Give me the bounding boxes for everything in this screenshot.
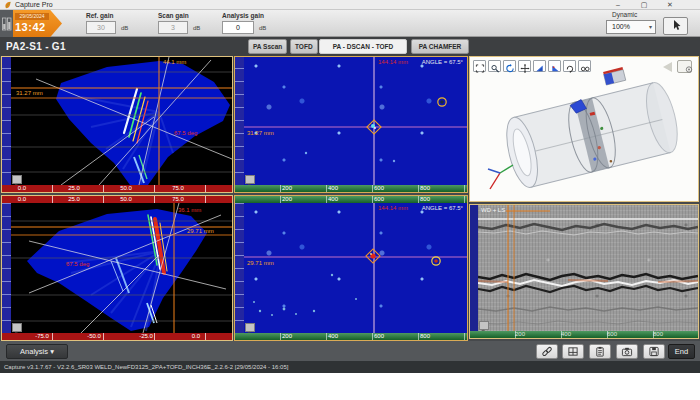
battery-status-block [0,10,13,37]
tofd-depth-ruler [470,205,478,331]
tofd-image [478,205,698,331]
tab-pa-sscan[interactable]: PA Sscan [248,39,287,54]
view-3d[interactable] [469,56,699,202]
cursor-tool-button[interactable] [663,17,688,35]
status-bar: Capture v3.1.7.67 - V2.2.6_SR03 WELD_New… [0,361,700,373]
ref-gain-unit: dB [121,25,128,31]
x-tick: 600 [374,196,384,203]
dscan-top-depth-ruler [235,57,244,185]
report-button[interactable] [589,344,611,359]
layout-icon [567,346,579,357]
sscan-top-x-ruler: 0.0 25.0 50.0 75.0 [2,185,232,192]
x-tick: 75.0 [172,185,184,192]
angle-readout-label: ANGLE = 67.5° [422,205,463,212]
zoom-reset-button[interactable] [245,323,255,332]
tofd-mode-label: WD + LS [481,207,505,214]
x-tick: -25.0 [139,333,153,340]
depth-cursor-label: 44.1 mm [163,59,186,66]
dynamic-select[interactable]: 100% ▾ [606,20,656,34]
x-tick: 200 [282,333,292,340]
tab-pa-dscan-tofd[interactable]: PA - DSCAN - TOFD [319,39,407,54]
x-tick: 0.0 [192,333,200,340]
angle-readout-label: ANGLE = 67.5° [422,59,463,66]
x-tick: 400 [561,331,571,338]
sscan-bottom-image [11,203,232,333]
sscan-bottom-x-ruler-bottom: -75.0 -50.0 -25.0 0.0 [2,333,232,340]
ref-gain-label: Ref. gain [86,12,113,19]
x-tick: 800 [420,185,430,192]
zoom-reset-button[interactable] [479,321,489,330]
sscan-top-image [11,57,232,185]
x-tick: 800 [420,196,430,203]
x-tick: 800 [420,333,430,340]
zoom-reset-button[interactable] [12,175,22,184]
pointer-icon [670,19,682,31]
camera-icon [621,346,633,357]
x-tick: 0.0 [18,196,26,203]
x-tick: 50.0 [120,185,132,192]
caret-down-icon: ▾ [50,347,54,356]
dscan-bottom-x-ruler-bottom: 200 400 600 800 [235,333,467,340]
dscan-bottom-content[interactable]: 144.14 mm ANGLE = 67.5° 29.71 mm [244,203,467,333]
x-tick: 400 [328,333,338,340]
date-label: 29/05/2024 [15,13,49,20]
depth-cursor-label: 31.27 mm [247,130,274,137]
x-tick: 200 [282,196,292,203]
x-tick: 400 [328,196,338,203]
x-tick: 600 [374,333,384,340]
sscan-bottom-depth-ruler [2,203,11,333]
x-tick: 75.0 [172,196,184,203]
position-cursor-label: 29.71 mm [187,228,214,235]
layout-button[interactable] [562,344,584,359]
bottom-toolbar: Analysis ▾ End [0,341,700,361]
zoom-reset-button[interactable] [12,323,22,332]
zoom-reset-button[interactable] [245,175,255,184]
tofd-x-ruler: 200 400 600 800 [470,331,698,338]
sscan-top-depth-ruler [2,57,11,185]
maximize-button[interactable]: ▢ [634,0,654,10]
scan-gain-input[interactable] [158,21,188,34]
axis-triad-icon [488,165,513,189]
group-title: PA2-S1 - G1 [6,41,66,52]
status-text: Capture v3.1.7.67 - V2.2.6_SR03 WELD_New… [4,364,288,370]
tofd-view: WD + LS 200 400 600 800 [469,204,699,339]
x-tick: 0.0 [18,185,26,192]
scan-cursor-label: 144.14 mm [378,59,408,66]
minimize-button[interactable]: – [608,0,628,10]
app-logo-icon [4,1,12,9]
x-tick: 25.0 [68,185,80,192]
sscan-top-content[interactable]: 44.1 mm 31.27 mm 67.5 deg [11,57,232,185]
sscan-view-top: 44.1 mm 31.27 mm 67.5 deg 0.0 25.0 50.0 … [1,56,233,193]
desktop-background [0,373,700,400]
tab-pa-chamfer[interactable]: PA CHAMFER [411,39,469,54]
snapshot-button[interactable] [616,344,638,359]
link-views-button[interactable] [536,344,558,359]
analysis-menu-button[interactable]: Analysis ▾ [6,344,68,359]
save-button[interactable] [643,344,665,359]
time-label: 13:42 [15,21,46,33]
tofd-content[interactable]: WD + LS [478,205,698,331]
x-tick: -75.0 [35,333,49,340]
capture-pro-window: Capture Pro – ▢ ✕ 29/05/2024 13:42 Ref. … [0,0,700,400]
main-toolbar: 29/05/2024 13:42 Ref. gain dB Scan gain … [0,10,700,37]
position-cursor-label: 31.27 mm [16,90,43,97]
battery-icons [0,10,13,37]
analysis-gain-input[interactable] [222,21,254,34]
depth-cursor-label: 29.71 mm [247,260,274,267]
scan-cursor-label: 144.14 mm [378,205,408,212]
dscan-view-top: 144.14 mm ANGLE = 67.5° 31.27 mm 200 400… [234,56,468,193]
sscan-view-bottom: 0.0 25.0 50.0 75.0 [1,195,233,341]
tab-tofd[interactable]: TOFD [290,39,318,54]
chevron-down-icon: ▾ [649,21,652,33]
dscan-bottom-depth-ruler [235,203,244,333]
dscan-top-content[interactable]: 144.14 mm ANGLE = 67.5° 31.27 mm [244,57,467,185]
sscan-bottom-content[interactable]: 36.1 mm 29.71 mm 67.5 deg [11,203,232,333]
end-button[interactable]: End [668,344,695,359]
close-button[interactable]: ✕ [660,0,680,10]
x-tick: 200 [515,331,525,338]
ref-gain-input[interactable] [86,21,116,34]
dscan-view-bottom: 200 400 600 800 [234,195,468,341]
angle-cursor-label: 67.5 deg [174,130,197,137]
dynamic-label: Dynamic [612,11,637,18]
window-title: Capture Pro [15,1,53,8]
